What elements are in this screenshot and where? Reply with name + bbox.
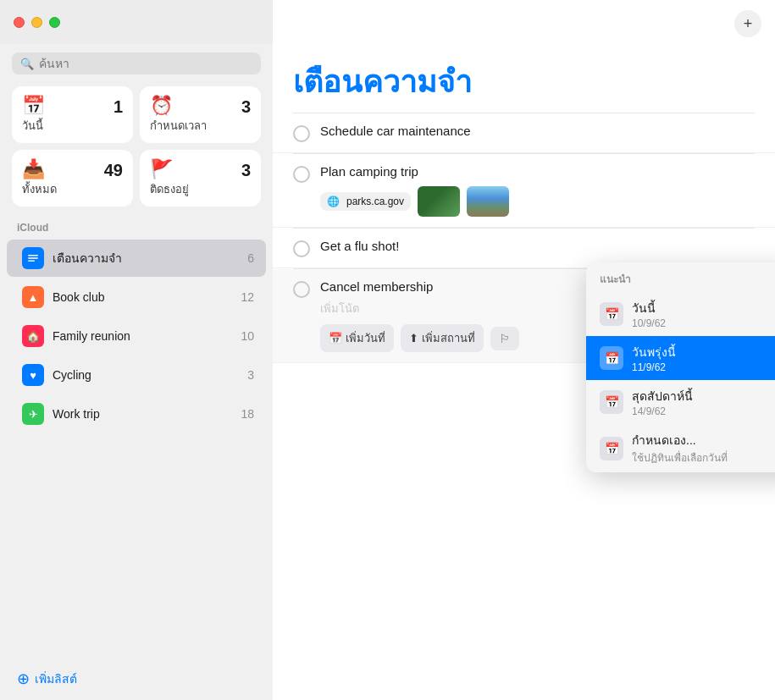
all-label: ทั้งหมด bbox=[22, 180, 123, 198]
bookclub-list-name: Book club bbox=[53, 290, 232, 304]
reminder-checkbox-1[interactable] bbox=[293, 125, 310, 142]
family-list-name: Family reunion bbox=[53, 329, 232, 343]
smart-list-flagged[interactable]: 🚩 3 ติดธงอยู่ bbox=[140, 150, 261, 207]
all-icon: 📥 bbox=[22, 158, 45, 180]
bookclub-list-count: 12 bbox=[241, 290, 254, 304]
dropdown-tomorrow-title: วันพรุ่งนี้ bbox=[632, 343, 775, 361]
search-input[interactable] bbox=[39, 57, 252, 70]
dropdown-custom-text: กำหนดเอง... ใช้ปฏิทินเพื่อเลือกวันที่ bbox=[632, 431, 775, 466]
add-location-label: เพิ่มสถานที่ bbox=[422, 329, 475, 347]
icloud-section-label: iCloud bbox=[0, 218, 273, 239]
reminder-attachments-2: 🌐 parks.ca.gov bbox=[320, 186, 755, 217]
reminder-text-area-2: Plan camping trip 🌐 parks.ca.gov bbox=[320, 164, 755, 217]
svg-rect-2 bbox=[28, 261, 35, 262]
add-date-button[interactable]: 📅 เพิ่มวันที่ bbox=[320, 324, 394, 352]
reminder-note[interactable]: เพิ่มโน้ต bbox=[320, 300, 359, 317]
main-title: เตือนความจำ bbox=[293, 58, 755, 106]
attachment-link-text: parks.ca.gov bbox=[346, 196, 404, 207]
dropdown-weekend-subtitle: 14/9/62 bbox=[632, 405, 775, 417]
reminder-item-2: Plan camping trip 🌐 parks.ca.gov bbox=[273, 154, 775, 228]
reminder-title-4: Cancel membership bbox=[320, 279, 433, 294]
main-header: เตือนความจำ bbox=[273, 44, 775, 113]
minimize-button[interactable] bbox=[31, 17, 42, 28]
attachment-image-mountain[interactable] bbox=[467, 186, 509, 217]
main-content: + เตือนความจำ Schedule car maintenance P… bbox=[273, 0, 775, 700]
location-icon: ⬆ bbox=[409, 332, 418, 344]
reminder-checkbox-4[interactable] bbox=[293, 281, 310, 298]
dropdown-weekend-text: สุดสัปดาห์นี้ 14/9/62 bbox=[632, 387, 775, 417]
dropdown-today-title: วันนี้ bbox=[632, 299, 775, 317]
today-label: วันนี้ bbox=[22, 117, 123, 135]
all-count: 49 bbox=[104, 161, 123, 180]
dropdown-item-tomorrow[interactable]: 📅 วันพรุ่งนี้ 11/9/62 bbox=[586, 336, 775, 380]
add-list-button[interactable]: ⊕ เพิ่มลิสต์ bbox=[0, 658, 273, 700]
reminder-text-area-3: Get a flu shot! bbox=[320, 239, 755, 254]
smart-list-scheduled[interactable]: ⏰ 3 กำหนดเวลา bbox=[140, 86, 261, 143]
reminder-checkbox-3[interactable] bbox=[293, 240, 310, 257]
sidebar: 🔍 📅 1 วันนี้ ⏰ 3 กำหนดเวลา 📥 49 ทั bbox=[0, 0, 273, 700]
add-date-label: เพิ่มวันที่ bbox=[346, 329, 385, 347]
dropdown-item-weekend[interactable]: 📅 สุดสัปดาห์นี้ 14/9/62 bbox=[586, 380, 775, 424]
worktrip-icon: ✈ bbox=[22, 403, 44, 425]
flagged-count: 3 bbox=[241, 161, 251, 180]
calendar-icon: 📅 bbox=[329, 332, 342, 344]
today-count: 1 bbox=[113, 97, 123, 117]
attachment-link[interactable]: 🌐 parks.ca.gov bbox=[320, 192, 411, 211]
cycling-list-count: 3 bbox=[247, 368, 254, 382]
reminder-item-1: Schedule car maintenance bbox=[273, 113, 775, 153]
scheduled-icon: ⏰ bbox=[150, 95, 173, 117]
flagged-icon: 🚩 bbox=[150, 158, 173, 180]
dropdown-tomorrow-text: วันพรุ่งนี้ 11/9/62 bbox=[632, 343, 775, 373]
dropdown-custom-title: กำหนดเอง... bbox=[632, 431, 775, 449]
flag-icon: 🏳 bbox=[499, 332, 511, 345]
worktrip-list-count: 18 bbox=[241, 407, 254, 421]
dropdown-tomorrow-icon: 📅 bbox=[600, 346, 623, 370]
smart-list-all[interactable]: 📥 49 ทั้งหมด bbox=[12, 150, 133, 207]
main-titlebar: + bbox=[734, 10, 761, 37]
dropdown-today-icon: 📅 bbox=[600, 302, 623, 326]
close-button[interactable] bbox=[14, 17, 25, 28]
date-dropdown: แนะนำ 📅 วันนี้ 10/9/62 📅 วันพรุ่งนี้ 11/… bbox=[586, 262, 775, 472]
svg-rect-1 bbox=[28, 257, 38, 259]
search-icon: 🔍 bbox=[20, 58, 34, 70]
today-icon: 📅 bbox=[22, 95, 45, 117]
smart-lists-grid: 📅 1 วันนี้ ⏰ 3 กำหนดเวลา 📥 49 ทั้งหมด 🚩 bbox=[0, 86, 273, 218]
sidebar-item-reminders[interactable]: เตือนความจำ 6 bbox=[7, 240, 266, 277]
plus-icon: + bbox=[744, 15, 753, 33]
sidebar-item-bookclub[interactable]: ▲ Book club 12 bbox=[7, 278, 266, 316]
scheduled-count: 3 bbox=[241, 97, 251, 117]
reminders-list-count: 6 bbox=[247, 251, 254, 265]
dropdown-weekend-title: สุดสัปดาห์นี้ bbox=[632, 387, 775, 405]
worktrip-list-name: Work trip bbox=[53, 407, 232, 421]
sidebar-item-family[interactable]: 🏠 Family reunion 10 bbox=[7, 317, 266, 355]
dropdown-today-text: วันนี้ 10/9/62 bbox=[632, 299, 775, 329]
traffic-lights bbox=[14, 17, 60, 28]
dropdown-item-today[interactable]: 📅 วันนี้ 10/9/62 bbox=[586, 292, 775, 336]
smart-list-today[interactable]: 📅 1 วันนี้ bbox=[12, 86, 133, 143]
titlebar bbox=[0, 0, 273, 44]
dropdown-item-custom[interactable]: 📅 กำหนดเอง... ใช้ปฏิทินเพื่อเลือกวันที่ bbox=[586, 424, 775, 472]
dropdown-custom-subtitle: ใช้ปฏิทินเพื่อเลือกวันที่ bbox=[632, 449, 775, 466]
attachment-image-forest[interactable] bbox=[418, 186, 460, 217]
scheduled-label: กำหนดเวลา bbox=[150, 117, 251, 135]
cycling-icon: ♥ bbox=[22, 364, 44, 386]
reminder-text-area-1: Schedule car maintenance bbox=[320, 124, 755, 139]
reminder-title-3: Get a flu shot! bbox=[320, 239, 399, 253]
flag-button[interactable]: 🏳 bbox=[490, 327, 519, 350]
dropdown-weekend-icon: 📅 bbox=[600, 390, 623, 414]
sidebar-item-cycling[interactable]: ♥ Cycling 3 bbox=[7, 356, 266, 394]
dropdown-tomorrow-subtitle: 11/9/62 bbox=[632, 361, 775, 373]
add-reminder-button[interactable]: + bbox=[734, 10, 761, 37]
bookclub-icon: ▲ bbox=[22, 286, 44, 308]
add-location-button[interactable]: ⬆ เพิ่มสถานที่ bbox=[401, 324, 484, 352]
svg-rect-0 bbox=[28, 255, 38, 256]
flagged-label: ติดธงอยู่ bbox=[150, 180, 251, 198]
reminder-checkbox-2[interactable] bbox=[293, 166, 310, 183]
family-list-count: 10 bbox=[241, 329, 254, 343]
dropdown-today-subtitle: 10/9/62 bbox=[632, 317, 775, 329]
reminder-title-1: Schedule car maintenance bbox=[320, 124, 471, 138]
search-bar[interactable]: 🔍 bbox=[12, 52, 261, 74]
sidebar-item-worktrip[interactable]: ✈ Work trip 18 bbox=[7, 395, 266, 433]
reminder-title-2: Plan camping trip bbox=[320, 164, 418, 179]
maximize-button[interactable] bbox=[49, 17, 60, 28]
